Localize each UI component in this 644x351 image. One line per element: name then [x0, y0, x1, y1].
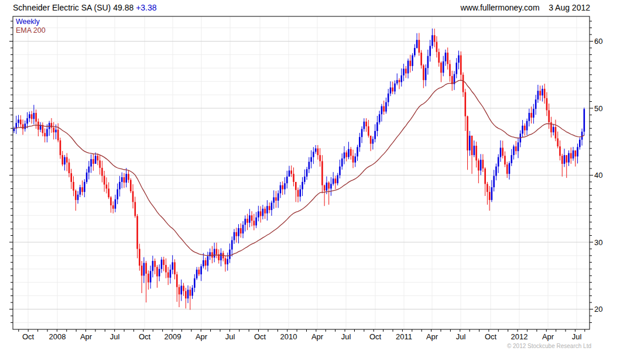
- candle-body: [55, 130, 57, 133]
- candle-body: [445, 53, 447, 61]
- candle-body: [392, 88, 393, 92]
- candle-body: [290, 170, 292, 174]
- candle-body: [115, 199, 117, 209]
- candle-body: [559, 146, 561, 156]
- candle-body: [81, 187, 83, 192]
- candle-body: [238, 228, 239, 236]
- candle-body: [35, 113, 37, 122]
- candle-body: [293, 174, 294, 182]
- candle-body: [328, 183, 330, 188]
- candle-body: [240, 228, 242, 233]
- candle-body: [136, 216, 138, 249]
- chart-window: 2030405060Oct2008AprJulOct2009AprJulOct2…: [0, 0, 644, 351]
- candle-body: [368, 126, 369, 136]
- candle-body: [273, 197, 275, 202]
- x-axis-label: Apr: [542, 332, 554, 341]
- x-axis-label: 2009: [165, 332, 181, 341]
- candle-body: [15, 123, 17, 128]
- candle-body: [383, 106, 385, 112]
- candle-body: [345, 153, 347, 157]
- candle-body: [207, 256, 209, 266]
- candle-body: [110, 197, 112, 205]
- candle-body: [176, 274, 178, 287]
- x-axis-label: 2011: [396, 332, 412, 341]
- candle-body: [399, 80, 400, 82]
- candle-body: [376, 122, 378, 131]
- candle-body: [419, 40, 420, 53]
- candle-body: [489, 192, 491, 200]
- candle-body: [249, 215, 251, 223]
- legend-ema: EMA 200: [16, 26, 46, 35]
- candle-body: [150, 271, 152, 282]
- candle-body: [354, 156, 356, 162]
- candle-body: [561, 156, 563, 164]
- x-axis-label: Apr: [80, 332, 93, 341]
- candle-body: [579, 140, 581, 147]
- candle-body: [530, 113, 532, 118]
- source-block: www.fullermoney.com 3 Aug 2012: [460, 3, 590, 12]
- candle-body: [319, 155, 321, 161]
- candle-body: [370, 136, 372, 144]
- candle-body: [482, 160, 484, 168]
- candle-body: [315, 149, 317, 152]
- candle-body: [187, 290, 189, 298]
- candle-body: [282, 185, 283, 190]
- candle-body: [104, 176, 105, 185]
- candle-body: [167, 273, 169, 278]
- candle-body: [203, 260, 204, 266]
- candle-body: [365, 122, 367, 126]
- price-change: +3.38: [136, 3, 156, 12]
- candle-body: [53, 128, 54, 132]
- candle-body: [299, 190, 301, 197]
- candle-body: [440, 63, 442, 73]
- candle-body: [286, 177, 288, 183]
- x-axis-label: Apr: [311, 332, 324, 341]
- candle-body: [93, 159, 94, 164]
- x-axis-label: Jul: [456, 332, 466, 341]
- candle-body: [429, 46, 431, 56]
- candle-body: [205, 260, 207, 266]
- candle-body: [234, 232, 235, 240]
- candle-body: [130, 180, 132, 191]
- candle-body: [66, 157, 68, 163]
- candle-body: [128, 174, 129, 180]
- candle-body: [542, 89, 543, 95]
- candle-body: [295, 182, 297, 190]
- candle-body: [22, 124, 24, 129]
- gridlines: [13, 16, 590, 329]
- candle-body: [467, 116, 468, 150]
- candle-body: [275, 197, 277, 201]
- candle-body: [522, 126, 523, 134]
- candle-body: [132, 191, 134, 202]
- y-axis-label: 60: [594, 37, 602, 46]
- candle-body: [364, 122, 365, 129]
- candle-body: [309, 162, 310, 170]
- candle-body: [304, 177, 306, 182]
- candle-body: [480, 160, 482, 170]
- candle-body: [374, 131, 376, 139]
- candle-body: [46, 129, 48, 136]
- candle-body: [548, 110, 550, 122]
- candle-body: [341, 159, 343, 167]
- candle-body: [388, 94, 389, 102]
- candle-body: [344, 153, 345, 159]
- candle-body: [475, 146, 477, 160]
- candle-body: [438, 52, 440, 63]
- candle-body: [357, 147, 358, 156]
- x-axis-label: Jul: [110, 332, 120, 341]
- candle-body: [350, 149, 352, 156]
- candle-body: [60, 140, 61, 155]
- candle-body: [75, 191, 77, 200]
- candle-body: [502, 148, 503, 156]
- y-axis-label: 40: [594, 171, 602, 180]
- copyright-label: © 2012 Stockcube Research Ltd: [507, 343, 591, 349]
- candle-body: [484, 168, 486, 184]
- candle-body: [97, 156, 99, 160]
- candle-body: [242, 225, 244, 233]
- candle-body: [220, 253, 222, 260]
- y-axis-label: 50: [594, 104, 602, 113]
- candle-body: [112, 205, 114, 209]
- candle-body: [352, 156, 354, 162]
- candle-body: [390, 88, 392, 94]
- candle-body: [504, 156, 506, 164]
